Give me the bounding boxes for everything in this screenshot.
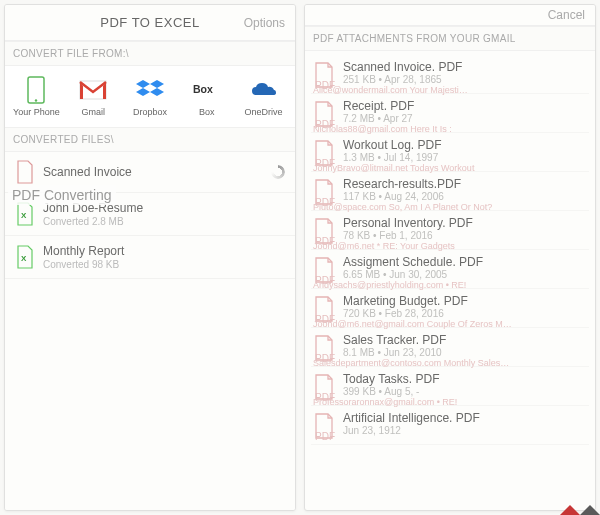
pdf-icon: PDF xyxy=(313,413,335,439)
svg-text:X: X xyxy=(21,211,27,220)
attachment-meta: 6.65 MB • Jun 30, 2005 xyxy=(343,269,585,280)
svg-point-2 xyxy=(35,99,37,101)
left-header: PDF TO EXCEL Options xyxy=(5,5,295,41)
source-dropbox[interactable]: Dropbox xyxy=(123,72,178,121)
source-onedrive[interactable]: OneDrive xyxy=(236,72,291,121)
source-gmail[interactable]: Gmail xyxy=(66,72,121,121)
file-name: Monthly Report xyxy=(43,244,285,258)
gmail-row[interactable]: PDF Receipt. PDF 7.2 MB • Apr 27 Nichola… xyxy=(311,94,589,133)
left-panel: PDF TO EXCEL Options CONVERT FILE FROM:\… xyxy=(4,4,296,511)
svg-text:Box: Box xyxy=(193,84,213,96)
gmail-row[interactable]: PDF Artificial Intelligence. PDF Jun 23,… xyxy=(311,406,589,445)
source-row: Your Phone Gmail Dropbox Box Box xyxy=(5,66,295,127)
gmail-row[interactable]: PDF Scanned Invoice. PDF 251 KB • Apr 28… xyxy=(311,55,589,94)
right-panel: Cancel PDF ATTACHMENTS FROM YOUR GMAIL P… xyxy=(304,4,596,511)
file-row[interactable]: X Monthly Report Converted 98 KB xyxy=(5,236,295,279)
options-link[interactable]: Options xyxy=(244,16,285,30)
cancel-link[interactable]: Cancel xyxy=(548,8,585,22)
attachment-meta: 78 KB • Feb 1, 2016 xyxy=(343,230,585,241)
attachment-meta: 720 KB • Feb 28, 2016 xyxy=(343,308,585,319)
gmail-row[interactable]: PDF Personal Inventory. PDF 78 KB • Feb … xyxy=(311,211,589,250)
attachment-name: Scanned Invoice. PDF xyxy=(343,60,585,74)
gmail-row[interactable]: PDF Sales Tracker. PDF 8.1 MB • Jun 23, … xyxy=(311,328,589,367)
gmail-row[interactable]: PDF Marketing Budget. PDF 720 KB • Feb 2… xyxy=(311,289,589,328)
attachment-meta: 7.2 MB • Apr 27 xyxy=(343,113,585,124)
source-box[interactable]: Box Box xyxy=(179,72,234,121)
attachment-name: Workout Log. PDF xyxy=(343,138,585,152)
dropbox-icon xyxy=(136,76,164,104)
attachment-name: Personal Inventory. PDF xyxy=(343,216,585,230)
attachment-name: Assigment Schedule. PDF xyxy=(343,255,585,269)
svg-text:X: X xyxy=(21,254,27,263)
source-phone[interactable]: Your Phone xyxy=(9,72,64,121)
attachment-name: Marketing Budget. PDF xyxy=(343,294,585,308)
file-name: Scanned Invoice xyxy=(43,165,263,179)
converting-status: PDF Converting xyxy=(8,185,116,205)
source-label: Your Phone xyxy=(13,107,60,117)
pdf-file-icon xyxy=(15,160,35,184)
gmail-attachments-list[interactable]: PDF Scanned Invoice. PDF 251 KB • Apr 28… xyxy=(305,51,595,510)
svg-rect-1 xyxy=(30,80,42,98)
source-label: Box xyxy=(199,107,215,117)
attachment-meta: 251 KB • Apr 28, 1865 xyxy=(343,74,585,85)
excel-file-icon: X xyxy=(15,202,35,226)
gmail-row[interactable]: PDF Workout Log. PDF 1.3 MB • Jul 14, 19… xyxy=(311,133,589,172)
gmail-attachments-label: PDF ATTACHMENTS FROM YOUR GMAIL xyxy=(305,26,595,51)
source-label: OneDrive xyxy=(245,107,283,117)
attachment-name: Receipt. PDF xyxy=(343,99,585,113)
gmail-row[interactable]: PDF Today Tasks. PDF 399 KB • Aug 5, - P… xyxy=(311,367,589,406)
source-label: Gmail xyxy=(81,107,105,117)
converted-files-label: CONVERTED FILES\ xyxy=(5,127,295,152)
attachment-meta: Jun 23, 1912 xyxy=(343,425,585,436)
attachment-name: Today Tasks. PDF xyxy=(343,372,585,386)
box-icon: Box xyxy=(193,76,221,104)
converted-files-list: Scanned Invoice X John Doe-Resume Conver… xyxy=(5,152,295,510)
gmail-icon xyxy=(79,76,107,104)
corner-logo xyxy=(560,495,600,515)
convert-from-label: CONVERT FILE FROM:\ xyxy=(5,41,295,66)
file-meta: Converted 2.8 MB xyxy=(43,216,285,227)
source-label: Dropbox xyxy=(133,107,167,117)
attachment-meta: 8.1 MB • Jun 23, 2010 xyxy=(343,347,585,358)
onedrive-icon xyxy=(250,76,278,104)
attachment-meta: 1.3 MB • Jul 14, 1997 xyxy=(343,152,585,163)
file-meta: Converted 98 KB xyxy=(43,259,285,270)
attachment-name: Sales Tracker. PDF xyxy=(343,333,585,347)
gmail-row[interactable]: PDF Research-results.PDF 117 KB • Aug 24… xyxy=(311,172,589,211)
attachment-name: Artificial Intelligence. PDF xyxy=(343,411,585,425)
attachment-meta: 117 KB • Aug 24, 2006 xyxy=(343,191,585,202)
attachment-meta: 399 KB • Aug 5, - xyxy=(343,386,585,397)
spinner-icon xyxy=(271,165,285,179)
excel-file-icon: X xyxy=(15,245,35,269)
attachment-name: Research-results.PDF xyxy=(343,177,585,191)
right-header: Cancel xyxy=(305,5,595,26)
gmail-row[interactable]: PDF Assigment Schedule. PDF 6.65 MB • Ju… xyxy=(311,250,589,289)
page-title: PDF TO EXCEL xyxy=(100,15,199,30)
phone-icon xyxy=(22,76,50,104)
